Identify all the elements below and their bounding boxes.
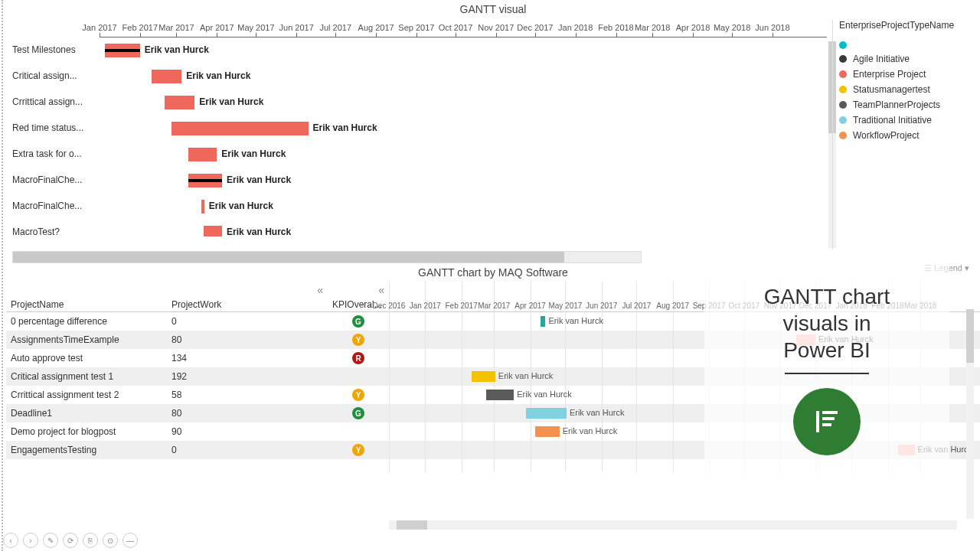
task-assignee: Erik van Hurck [313,122,377,133]
collapse-icon[interactable]: « [378,284,384,296]
cell-projectwork: 90 [167,426,328,437]
kpi-badge: R [352,352,364,364]
legend-item[interactable] [839,41,975,49]
collapse-icon[interactable]: « [317,284,323,296]
col-projectwork[interactable]: «ProjectWork [167,296,328,312]
legend-item[interactable]: TeamPlannerProjects [839,99,975,110]
task-name: MacroTest? [12,227,89,236]
gantt-row[interactable]: Red time status...Erik van Hurck [12,116,827,142]
toolbar-button[interactable]: ✎ [43,533,58,548]
cell-kpi: Y [328,334,389,346]
task-bar[interactable] [204,226,222,236]
gantt-visual[interactable]: GANTT visual Jan 2017Feb 2017Mar 2017Apr… [6,0,980,263]
kpi-badge: Y [352,334,364,346]
task-bar[interactable] [796,334,815,345]
timeline-cell: Erik van Hurck [389,312,980,331]
gantt-row[interactable]: Crrittical assign...Erik van Hurck [12,90,827,116]
table-row[interactable]: Demo project for blogpost90Erik van Hurc… [6,422,980,441]
toolbar-button[interactable]: › [23,533,38,548]
legend-item[interactable]: Statusmanagertest [839,84,975,95]
legend-toggle[interactable]: ☰ Legend ▾ [924,263,969,273]
task-name: Extra task for o... [12,148,89,159]
legend-label: Statusmanagertest [853,84,930,95]
gantt-title: GANTT visual [6,0,980,18]
legend-swatch [839,116,847,124]
task-assignee: Erik van Hurck [517,390,572,399]
legend-swatch [839,41,847,49]
table-row[interactable]: EngagementsTesting0YErik van Hurck [6,441,980,459]
task-bar[interactable] [535,426,560,437]
gantt-row[interactable]: Test MilestonesErik van Hurck [12,37,827,64]
gantt-row[interactable]: Extra task for o...Erik van Hurck [12,142,827,168]
table-row[interactable]: Deadline180GErik van Hurck [6,404,980,422]
legend-label: Traditional Initiative [853,115,932,126]
table-row[interactable]: Crrittical assignment test 258YErik van … [6,386,980,404]
task-bar[interactable] [172,122,309,135]
selection-border [2,0,3,551]
toolbar-button[interactable]: ⊙ [103,533,118,548]
task-bar[interactable] [486,390,514,400]
task-bar[interactable] [472,371,495,382]
timeline-cell: Erik van Hurck [389,367,980,386]
task-name: Critical assign... [12,70,89,81]
scrollbar-thumb[interactable] [13,252,564,262]
cell-projectwork: 0 [167,316,328,327]
col-projectname[interactable]: ProjectName [6,296,167,312]
legend-label: WorkflowProject [853,130,919,141]
gantt-time-axis: Jan 2017Feb 2017Mar 2017Apr 2017May 2017… [100,18,827,37]
table-row[interactable]: Auto approve test134R [6,349,980,367]
cell-projectwork: 192 [167,371,328,382]
timeline-cell [389,349,980,367]
timeline-cell: Erik van Hurck [389,422,980,441]
task-bar[interactable] [188,148,217,161]
kpi-badge: G [352,315,364,328]
task-bar[interactable] [526,408,567,419]
kpi-badge: G [352,407,364,419]
table-row[interactable]: Critical assignment test 1192Erik van Hu… [6,367,980,386]
legend-label: Agile Initiative [853,54,910,64]
task-bar[interactable] [165,96,194,109]
legend-swatch [839,86,847,93]
task-assignee: Erik van Hurck [227,227,291,236]
task-bar[interactable] [188,174,222,187]
maq-time-axis: Dec 2016Jan 2017Feb 2017Mar 2017Apr 2017… [389,281,980,312]
gantt-horizontal-scrollbar[interactable] [12,251,642,263]
toolbar-button[interactable]: ‹ [3,533,18,548]
table-row[interactable]: 0 percentage difference0GErik van Hurck [6,312,980,331]
gantt-legend: EnterpriseProjectTypeName Agile Initiati… [832,20,975,249]
legend-item[interactable]: Agile Initiative [839,54,975,64]
page: GANTT visual Jan 2017Feb 2017Mar 2017Apr… [0,0,980,551]
legend-item[interactable]: Enterprise Project [839,69,975,80]
cell-kpi: G [328,315,389,328]
maq-horizontal-scrollbar[interactable] [389,520,957,530]
gantt-row[interactable]: MacroTest?Erik van Hurck [12,220,827,236]
legend-swatch [839,55,847,63]
timeline-cell: Erik van Hurck [389,331,980,349]
gantt-row[interactable]: Critical assign...Erik van Hurck [12,64,827,90]
legend-label: TeamPlannerProjects [853,99,940,110]
task-bar[interactable] [541,316,545,327]
cell-projectwork: 58 [167,390,328,400]
toolbar-button[interactable]: — [122,533,138,548]
maq-gantt-visual[interactable]: GANTT chart by MAQ Software ☰ Legend ▾ P… [6,263,980,530]
task-bar[interactable] [898,445,914,455]
maq-vertical-scrollbar[interactable] [966,309,974,519]
task-bar[interactable] [105,44,140,57]
table-row[interactable]: AssignmentsTimeExample80YErik van Hurck [6,331,980,349]
task-assignee: Erik van Hurck [498,371,554,380]
cell-projectname: AssignmentsTimeExample [6,334,167,345]
gantt-row[interactable]: MacroFinalChe...Erik van Hurck [12,168,827,194]
task-name: MacroFinalChe... [12,201,89,211]
maq-rows: 0 percentage difference0GErik van HurckA… [6,312,980,459]
scrollbar-thumb[interactable] [397,520,427,530]
gantt-rows: Test MilestonesErik van HurckCritical as… [12,37,827,236]
legend-item[interactable]: WorkflowProject [839,130,975,141]
task-assignee: Erik van Hurck [145,44,209,55]
task-bar[interactable] [201,200,204,214]
legend-item[interactable]: Traditional Initiative [839,115,975,126]
toolbar-button[interactable]: ⎘ [83,533,98,548]
gantt-row[interactable]: MacroFinalChe...Erik van Hurck [12,194,827,220]
toolbar-button[interactable]: ⟳ [63,533,78,548]
task-bar[interactable] [152,70,181,83]
scrollbar-thumb[interactable] [966,309,974,363]
